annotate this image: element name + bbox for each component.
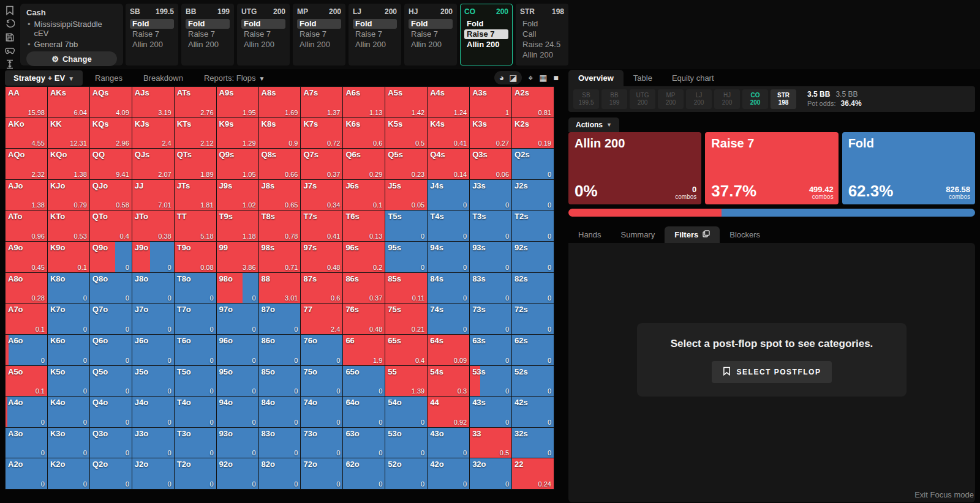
- hand-cell-92s[interactable]: 92s0: [512, 242, 554, 273]
- action-option-fold[interactable]: Fold: [353, 19, 397, 29]
- hand-cell-T2o[interactable]: T2o0: [175, 458, 217, 490]
- hand-cell-A5s[interactable]: A5s1.42: [385, 87, 428, 118]
- hand-cell-84s[interactable]: 84s0: [428, 273, 470, 304]
- grid-layout-icon[interactable]: ▦: [539, 72, 547, 83]
- hand-cell-T3o[interactable]: T3o0: [175, 428, 217, 459]
- hand-cell-98s[interactable]: 98s0.71: [259, 242, 301, 273]
- hand-cell-K8s[interactable]: K8s0.9: [259, 118, 301, 149]
- hand-cell-K3s[interactable]: K3s0.27: [470, 118, 512, 149]
- action-option-call[interactable]: Call: [520, 29, 564, 39]
- hand-cell-T7o[interactable]: T7o0: [175, 304, 217, 335]
- tab-strategy-ev[interactable]: Strategy + EV▼: [5, 70, 83, 86]
- hand-cell-Q2s[interactable]: Q2s0: [512, 149, 554, 180]
- change-button[interactable]: ⚙ Change: [26, 51, 117, 66]
- hand-cell-QTo[interactable]: QTo0.4: [90, 211, 132, 242]
- hand-cell-K6o[interactable]: K6o0: [48, 335, 90, 366]
- hand-cell-75o[interactable]: 75o0: [301, 366, 343, 397]
- hand-cell-JTs[interactable]: JTs1.81: [175, 180, 217, 211]
- hand-cell-43s[interactable]: 43s0: [470, 397, 512, 428]
- hand-cell-J4o[interactable]: J4o0: [132, 397, 175, 428]
- badge-co[interactable]: CO200: [742, 89, 768, 109]
- hand-cell-Q8o[interactable]: Q8o0: [90, 273, 132, 304]
- hand-cell-K7s[interactable]: K7s0.72: [301, 118, 343, 149]
- hand-cell-A6s[interactable]: A6s1.13: [343, 87, 385, 118]
- hand-cell-A2o[interactable]: A2o0: [6, 458, 48, 490]
- hand-cell-AKs[interactable]: AKs6.04: [48, 87, 90, 118]
- hand-cell-83s[interactable]: 83s0: [470, 273, 512, 304]
- hand-cell-95o[interactable]: 95o0: [217, 366, 259, 397]
- hand-cell-86s[interactable]: 86s0.37: [343, 273, 385, 304]
- hand-cell-AKo[interactable]: AKo4.55: [6, 118, 48, 149]
- hand-cell-Q7o[interactable]: Q7o0: [90, 304, 132, 335]
- tab-overview[interactable]: Overview: [568, 70, 624, 86]
- hand-cell-T9o[interactable]: T9o0.08: [175, 242, 217, 273]
- hand-cell-T4s[interactable]: T4s0: [428, 211, 470, 242]
- hand-cell-97s[interactable]: 97s0.48: [301, 242, 343, 273]
- action-option-fold[interactable]: Fold: [130, 19, 174, 29]
- hand-cell-32s[interactable]: 32s0: [512, 428, 554, 459]
- hand-cell-T6s[interactable]: T6s0.13: [343, 211, 385, 242]
- hand-cell-86o[interactable]: 86o0: [259, 335, 301, 366]
- hand-cell-AQo[interactable]: AQo2.32: [6, 149, 48, 180]
- action-option-raise-7[interactable]: Raise 7: [464, 29, 508, 39]
- hand-cell-JTo[interactable]: JTo0.38: [132, 211, 175, 242]
- hand-cell-76s[interactable]: 76s0.48: [343, 304, 385, 335]
- hand-cell-AA[interactable]: AA15.98: [6, 87, 48, 118]
- hand-cell-63s[interactable]: 63s0: [470, 335, 512, 366]
- hand-cell-A4o[interactable]: A4o0: [6, 397, 48, 428]
- action-option-allin-200[interactable]: Allin 200: [409, 40, 453, 50]
- hand-cell-22[interactable]: 220.24: [512, 458, 554, 490]
- hand-cell-64s[interactable]: 64s0.09: [428, 335, 470, 366]
- hand-cell-99[interactable]: 993.86: [217, 242, 259, 273]
- hand-cell-85s[interactable]: 85s0.11: [385, 273, 428, 304]
- hand-cell-42s[interactable]: 42s0: [512, 397, 554, 428]
- action-option-fold[interactable]: Fold: [520, 19, 564, 29]
- hand-cell-62o[interactable]: 62o0: [343, 458, 385, 490]
- hand-cell-T8s[interactable]: T8s0.78: [259, 211, 301, 242]
- action-option-raise-7[interactable]: Raise 7: [353, 29, 397, 39]
- hand-cell-98o[interactable]: 98o0: [217, 273, 259, 304]
- hand-cell-J5s[interactable]: J5s0.05: [385, 180, 428, 211]
- hand-cell-Q5s[interactable]: Q5s0.23: [385, 149, 428, 180]
- hand-cell-82s[interactable]: 82s0: [512, 273, 554, 304]
- split-color-mode-icon[interactable]: ◪: [509, 72, 517, 83]
- hand-cell-Q5o[interactable]: Q5o0: [90, 366, 132, 397]
- hand-cell-75s[interactable]: 75s0.21: [385, 304, 428, 335]
- hand-cell-76o[interactable]: 76o0: [301, 335, 343, 366]
- hand-cell-K6s[interactable]: K6s0.6: [343, 118, 385, 149]
- action-option-fold[interactable]: Fold: [297, 19, 341, 29]
- position-card-lj[interactable]: LJ200FoldRaise 7Allin 200: [349, 4, 401, 65]
- badge-lj[interactable]: LJ200: [686, 89, 712, 109]
- hand-cell-A9o[interactable]: A9o0.45: [6, 242, 48, 273]
- position-card-utg[interactable]: UTG200FoldRaise 7Allin 200: [237, 4, 290, 65]
- hand-cell-Q7s[interactable]: Q7s0.37: [301, 149, 343, 180]
- position-card-hj[interactable]: HJ200FoldRaise 7Allin 200: [404, 4, 457, 65]
- hand-cell-A7s[interactable]: A7s1.37: [301, 87, 343, 118]
- hand-cell-A6o[interactable]: A6o0: [6, 335, 48, 366]
- position-card-bb[interactable]: BB199FoldRaise 7Allin 200: [181, 4, 234, 65]
- history-icon[interactable]: [4, 20, 15, 29]
- hand-cell-94o[interactable]: 94o0: [217, 397, 259, 428]
- hand-cell-T7s[interactable]: T7s0.41: [301, 211, 343, 242]
- stack-depth-icon[interactable]: [4, 59, 15, 69]
- hand-cell-J7s[interactable]: J7s0.34: [301, 180, 343, 211]
- hand-cell-54o[interactable]: 54o0: [385, 397, 428, 428]
- hand-cell-J9s[interactable]: J9s1.02: [217, 180, 259, 211]
- hand-cell-93s[interactable]: 93s0: [470, 242, 512, 273]
- tab-ranges[interactable]: Ranges: [86, 70, 131, 86]
- hand-cell-Q6o[interactable]: Q6o0: [90, 335, 132, 366]
- tab-hands[interactable]: Hands: [568, 226, 611, 243]
- action-card-allin-200[interactable]: Allin 2000%0combos: [568, 132, 701, 204]
- hand-cell-94s[interactable]: 94s0: [428, 242, 470, 273]
- hand-cell-T5s[interactable]: T5s0: [385, 211, 428, 242]
- hand-cell-A3s[interactable]: A3s1: [470, 87, 512, 118]
- hand-cell-53o[interactable]: 53o0: [385, 428, 428, 459]
- hand-cell-J7o[interactable]: J7o0: [132, 304, 175, 335]
- hand-cell-Q9o[interactable]: Q9o0: [90, 242, 132, 273]
- hand-cell-52o[interactable]: 52o0: [385, 458, 428, 490]
- hand-cell-Q3o[interactable]: Q3o0: [90, 428, 132, 459]
- hand-cell-42o[interactable]: 42o0: [428, 458, 470, 490]
- hand-cell-AQs[interactable]: AQs4.09: [90, 87, 132, 118]
- pie-mode-icon[interactable]: ◕: [499, 72, 504, 83]
- position-card-sb[interactable]: SB199.5FoldRaise 7Allin 200: [126, 4, 178, 65]
